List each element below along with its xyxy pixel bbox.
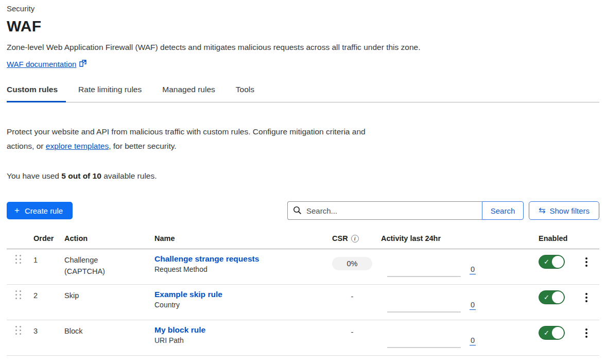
show-filters-label: Show filters: [549, 206, 590, 215]
intro-text-after: , for better security.: [109, 142, 177, 150]
page-title: WAF: [7, 18, 599, 35]
rule-action-label: Block: [64, 327, 154, 335]
table-row: 2 Skip Example skip rule Country - 0 ✓: [7, 285, 599, 320]
rule-name-cell: Example skip rule Country: [154, 285, 332, 320]
rule-menu-cell: [576, 249, 599, 284]
drag-handle-icon: [15, 255, 33, 264]
rule-activity: 0: [381, 249, 476, 284]
rule-action: Challenge (CAPTCHA): [64, 249, 154, 284]
rule-enabled-cell: ✓: [529, 285, 576, 320]
header-name: Name: [154, 234, 332, 242]
usage-suffix: available rules.: [101, 171, 157, 180]
activity-count-link[interactable]: 0: [470, 336, 476, 345]
rule-action-sub: (CAPTCHA): [64, 267, 154, 275]
toolbar-right: Search ⇆ Show filters: [287, 201, 599, 220]
rules-usage: You have used 5 out of 10 available rule…: [7, 171, 599, 181]
search-icon: [293, 206, 302, 216]
row-spacer: [476, 320, 529, 355]
rule-name-cell: My block rule URI Path: [154, 320, 332, 355]
enabled-toggle[interactable]: ✓: [539, 326, 565, 340]
custom-rules-intro: Protect your website and API from malici…: [7, 125, 385, 153]
rule-order: 1: [33, 249, 64, 284]
row-spacer: [476, 285, 529, 320]
toggle-knob: [552, 291, 564, 303]
plus-icon: +: [14, 205, 20, 216]
search-input[interactable]: [287, 201, 482, 220]
create-rule-label: Create rule: [25, 206, 63, 215]
rule-activity: 0: [381, 320, 476, 355]
rule-enabled-cell: ✓: [529, 320, 576, 355]
rule-name-cell: Challenge strange requests Request Metho…: [154, 249, 332, 284]
activity-sparkline: [387, 311, 461, 313]
usage-count: 5 out of 10: [61, 171, 101, 180]
rule-menu-cell: [576, 320, 599, 355]
rule-action-label: Skip: [64, 291, 154, 300]
info-icon[interactable]: i: [351, 235, 359, 242]
rule-field: Request Method: [154, 265, 332, 273]
toggle-knob: [552, 256, 564, 268]
drag-handle-icon: [15, 326, 33, 335]
rule-name-link[interactable]: Example skip rule: [154, 290, 222, 299]
doc-link-label: WAF documentation: [7, 60, 76, 68]
check-icon: ✓: [544, 329, 549, 337]
rule-name-link[interactable]: My block rule: [154, 325, 205, 335]
drag-handle[interactable]: [7, 249, 33, 284]
search-group: Search: [287, 201, 524, 220]
rule-enabled-cell: ✓: [529, 249, 576, 284]
kebab-menu-icon[interactable]: [582, 256, 591, 268]
tab-bar: Custom rules Rate limiting rules Managed…: [7, 85, 599, 102]
table-row: 3 Block My block rule URI Path - 0 ✓: [7, 320, 599, 356]
drag-handle[interactable]: [7, 320, 33, 355]
drag-handle[interactable]: [7, 285, 33, 320]
rule-action: Skip: [64, 285, 154, 320]
enabled-toggle[interactable]: ✓: [539, 255, 565, 269]
drag-handle-icon: [15, 290, 33, 299]
toolbar: + Create rule Search ⇆ Show filters: [7, 201, 599, 220]
rule-csr: 0%: [332, 249, 372, 284]
rule-field: URI Path: [154, 336, 332, 344]
tab-managed-rules[interactable]: Managed rules: [162, 85, 223, 102]
activity-sparkline: [387, 276, 461, 277]
activity-count-link[interactable]: 0: [470, 265, 476, 274]
rule-csr: -: [332, 285, 372, 320]
kebab-menu-icon[interactable]: [582, 327, 591, 339]
rule-menu-cell: [576, 285, 599, 320]
enabled-toggle[interactable]: ✓: [539, 290, 565, 304]
rule-name-link[interactable]: Challenge strange requests: [154, 254, 259, 264]
activity-count-link[interactable]: 0: [470, 301, 476, 310]
activity-sparkline: [387, 347, 461, 348]
create-rule-button[interactable]: + Create rule: [7, 202, 73, 219]
rule-order: 3: [33, 320, 64, 355]
rule-csr: -: [332, 320, 372, 355]
row-spacer: [476, 249, 529, 284]
external-link-icon: [79, 60, 86, 68]
header-order: Order: [33, 234, 64, 242]
rule-activity: 0: [381, 285, 476, 320]
tab-rate-limiting-rules[interactable]: Rate limiting rules: [78, 85, 150, 102]
rule-field: Country: [154, 301, 332, 309]
usage-prefix: You have used: [7, 171, 61, 180]
toggle-knob: [552, 327, 564, 339]
header-activity: Activity last 24hr: [381, 234, 476, 242]
kebab-menu-icon[interactable]: [582, 292, 591, 303]
tab-tools[interactable]: Tools: [236, 85, 263, 102]
check-icon: ✓: [544, 293, 549, 301]
waf-documentation-link[interactable]: WAF documentation: [7, 60, 86, 68]
header-csr-label: CSR: [332, 234, 348, 242]
swap-arrows-icon: ⇆: [539, 206, 545, 215]
header-action: Action: [64, 234, 154, 242]
breadcrumb: Security: [7, 4, 599, 13]
search-button[interactable]: Search: [482, 201, 524, 220]
header-csr: CSR i: [332, 234, 381, 242]
waf-page: Security WAF Zone-level Web Application …: [7, 0, 599, 356]
show-filters-button[interactable]: ⇆ Show filters: [529, 201, 599, 220]
rule-order: 2: [33, 285, 64, 320]
explore-templates-link[interactable]: explore templates: [46, 142, 109, 150]
tab-custom-rules[interactable]: Custom rules: [7, 85, 66, 102]
header-enabled: Enabled: [529, 234, 576, 242]
page-description: Zone-level Web Application Firewall (WAF…: [7, 43, 599, 52]
rule-action-label: Challenge: [64, 256, 154, 264]
rules-table: Order Action Name CSR i Activity last 24…: [7, 234, 599, 356]
search-input-box: [287, 201, 482, 220]
csr-badge: 0%: [332, 257, 372, 270]
